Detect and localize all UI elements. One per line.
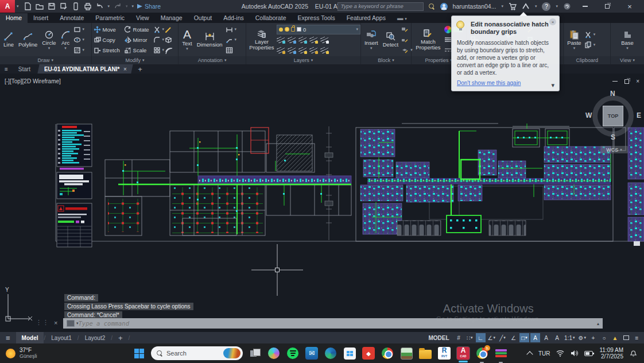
- ellipse-tool-button[interactable]: ▾: [73, 35, 85, 44]
- layer-walk-icon[interactable]: [298, 47, 307, 53]
- image-viewer-button[interactable]: [399, 346, 413, 360]
- winrar-button[interactable]: [494, 346, 508, 360]
- layer-properties-button[interactable]: LayerProperties: [248, 24, 276, 55]
- object-snap-toggle[interactable]: □▾: [519, 333, 529, 342]
- volume-icon[interactable]: [571, 350, 578, 357]
- offset-button[interactable]: [165, 45, 172, 55]
- layer-match-icon[interactable]: [277, 47, 285, 53]
- graphics-performance-button[interactable]: ▲: [610, 333, 620, 342]
- move-button[interactable]: Move: [94, 25, 123, 34]
- clean-screen-button[interactable]: [621, 333, 631, 342]
- panel-view-label[interactable]: View▾: [611, 56, 644, 64]
- layer-isolate-icon[interactable]: [288, 37, 296, 43]
- panel-layers-label[interactable]: Layers▾: [246, 56, 360, 64]
- tooltip-expand-caret-icon[interactable]: ▾: [551, 82, 554, 89]
- autodesk-caret-icon[interactable]: ▾: [535, 5, 537, 8]
- create-attribute-button[interactable]: [401, 35, 413, 44]
- viewcube-east[interactable]: E: [637, 111, 641, 119]
- save-to-mobile-icon[interactable]: [72, 2, 80, 10]
- tab-annotate[interactable]: Annotate: [54, 13, 90, 23]
- document-close-icon[interactable]: ×: [123, 66, 126, 72]
- leader-button[interactable]: ▾: [226, 35, 237, 44]
- doc-minimize-icon[interactable]: [612, 81, 618, 82]
- open-folder-icon[interactable]: [36, 2, 44, 10]
- tab-parametric[interactable]: Parametric: [90, 13, 130, 23]
- command-close-icon[interactable]: ×: [54, 319, 57, 326]
- copy-button[interactable]: Copy: [94, 35, 123, 44]
- tab-output[interactable]: Output: [188, 13, 218, 23]
- battery-icon[interactable]: [584, 351, 593, 356]
- arc-button[interactable]: Arc ▾: [59, 24, 72, 55]
- user-caret-icon[interactable]: ▾: [501, 5, 503, 8]
- doc-restore-icon[interactable]: [624, 79, 629, 84]
- user-name[interactable]: haruntastan04...: [453, 3, 496, 10]
- block-editor-button[interactable]: ▾: [401, 45, 413, 55]
- microsoft-store-button[interactable]: [343, 346, 356, 360]
- ortho-mode-toggle[interactable]: ∟: [476, 333, 486, 342]
- autoscale-toggle[interactable]: A: [541, 333, 551, 342]
- tab-manage[interactable]: Manage: [155, 13, 188, 23]
- trim-button[interactable]: ▾: [153, 25, 165, 34]
- language-indicator[interactable]: TUR: [538, 350, 550, 357]
- taskbar-clock[interactable]: 11:09 AM 2/7/2025: [599, 347, 623, 360]
- tab-home[interactable]: Home: [0, 13, 28, 23]
- grid-display-toggle[interactable]: #: [454, 333, 464, 342]
- tab-view[interactable]: View: [130, 13, 155, 23]
- copy-clip-button[interactable]: ▾: [584, 40, 596, 49]
- start-button[interactable]: [132, 346, 146, 360]
- layout-menu-icon[interactable]: ≡: [0, 332, 16, 343]
- panel-modify-label[interactable]: Modify▾: [92, 56, 179, 64]
- object-snap-tracking-toggle[interactable]: ∠: [509, 333, 518, 342]
- layout1-tab[interactable]: Layout1: [45, 332, 77, 343]
- edge-button[interactable]: [324, 346, 337, 360]
- mail-button[interactable]: ✉: [305, 346, 319, 360]
- table-button[interactable]: [226, 45, 237, 55]
- app-menu-button[interactable]: A: [0, 0, 15, 13]
- layer-unlock-all-icon[interactable]: [309, 47, 317, 53]
- erase-button[interactable]: [165, 25, 172, 34]
- doc-close-icon[interactable]: ×: [636, 78, 639, 84]
- help-search-input[interactable]: Type a keyword or phrase: [337, 2, 424, 11]
- text-button[interactable]: A Text ▾: [180, 24, 193, 55]
- mirror-button[interactable]: Mirror: [124, 35, 153, 44]
- layer-freeze-icon[interactable]: [298, 37, 307, 43]
- new-layout-button[interactable]: +: [112, 332, 129, 343]
- wifi-icon[interactable]: [556, 350, 564, 357]
- layer-prev-icon[interactable]: [288, 47, 296, 53]
- undo-icon[interactable]: [96, 2, 104, 10]
- redo-caret-icon[interactable]: ▾: [126, 5, 128, 8]
- cut-button[interactable]: ▾: [584, 30, 596, 39]
- viewcube-top-face[interactable]: TOP: [603, 106, 623, 126]
- chrome-profile-button[interactable]: h: [475, 346, 489, 360]
- model-tab[interactable]: Model: [16, 332, 44, 343]
- restore-button[interactable]: [599, 0, 616, 13]
- dont-show-again-link[interactable]: Don't show me this again: [457, 80, 521, 86]
- tab-express-tools[interactable]: Express Tools: [292, 13, 340, 23]
- app-store-cart-icon[interactable]: [509, 2, 517, 10]
- help-caret-icon[interactable]: ▾: [556, 5, 558, 8]
- layer-state-icon[interactable]: [320, 47, 328, 53]
- command-line[interactable]: ▾ ▴: [63, 318, 603, 329]
- redo-icon[interactable]: [114, 2, 122, 10]
- fillet-button[interactable]: ▾: [153, 35, 165, 44]
- layout2-tab[interactable]: Layout2: [79, 332, 111, 343]
- stretch-button[interactable]: Stretch: [94, 45, 123, 55]
- command-drag-grip[interactable]: ⋮⋮: [36, 319, 49, 326]
- panel-block-label[interactable]: Block▾: [361, 56, 411, 64]
- polyline-button[interactable]: Polyline: [17, 24, 39, 55]
- qat-customize-caret-icon[interactable]: ▾: [132, 5, 134, 8]
- new-file-icon[interactable]: [24, 2, 32, 10]
- file-tab-menu-icon[interactable]: ≡: [0, 64, 13, 74]
- drawing-canvas[interactable]: [-][Top][2D Wireframe] ×: [0, 74, 644, 332]
- tab-collaborate[interactable]: Collaborate: [250, 13, 292, 23]
- viewport-controls[interactable]: [-][Top][2D Wireframe]: [5, 78, 61, 84]
- edit-attribute-button[interactable]: [401, 25, 413, 34]
- file-explorer-button[interactable]: [418, 346, 432, 360]
- layer-off-icon[interactable]: [277, 37, 285, 43]
- isolate-objects-button[interactable]: ○: [599, 333, 609, 342]
- tab-start[interactable]: Start: [13, 64, 36, 74]
- paste-button[interactable]: Paste ▾: [565, 24, 583, 55]
- notifications-bell-icon[interactable]: [630, 349, 637, 357]
- explode-button[interactable]: [165, 35, 172, 44]
- annotation-scale-value[interactable]: 1:1▾: [563, 333, 576, 342]
